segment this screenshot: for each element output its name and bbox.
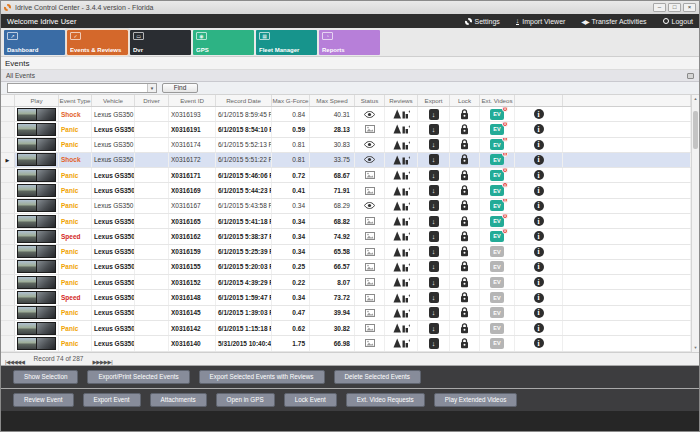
info-cell[interactable]: i bbox=[515, 214, 563, 228]
tab-gps[interactable]: ◉ GPS bbox=[193, 30, 254, 55]
export-download-icon[interactable]: ↓ bbox=[429, 277, 439, 288]
event-thumbnail[interactable] bbox=[17, 123, 56, 136]
ev-badge[interactable]: EV0 bbox=[490, 246, 504, 257]
table-row[interactable]: ▶ Panic Lexus GS350 X0316152 6/1/2015 4:… bbox=[1, 275, 691, 290]
event-thumbnail[interactable] bbox=[17, 169, 56, 182]
lock-cell[interactable] bbox=[450, 229, 480, 243]
column-header-export[interactable]: Export bbox=[418, 95, 450, 106]
lock-icon[interactable] bbox=[460, 323, 469, 334]
export-selected-events-with-reviews-button[interactable]: Export Selected Events with Reviews bbox=[199, 370, 325, 384]
search-combobox[interactable]: ▼ bbox=[7, 83, 157, 93]
play-cell[interactable] bbox=[15, 107, 59, 121]
event-thumbnail[interactable] bbox=[17, 260, 56, 273]
tab-fleet-manager[interactable]: ▦ Fleet Manager bbox=[256, 30, 317, 55]
reviews-cell[interactable] bbox=[385, 107, 418, 121]
column-header-ext-videos[interactable]: Ext. Videos bbox=[480, 95, 515, 106]
row-selector[interactable]: ▶ bbox=[1, 107, 15, 121]
export-cell[interactable]: ↓ bbox=[418, 107, 450, 121]
lock-icon[interactable] bbox=[460, 200, 469, 211]
reviews-cell[interactable] bbox=[385, 138, 418, 152]
info-icon[interactable]: i bbox=[534, 262, 544, 272]
export-cell[interactable]: ↓ bbox=[418, 260, 450, 274]
lock-cell[interactable] bbox=[450, 336, 480, 350]
scroll-down-icon[interactable]: ▼ bbox=[692, 344, 699, 352]
event-thumbnail[interactable] bbox=[17, 337, 56, 350]
row-selector[interactable]: ▶ bbox=[1, 245, 15, 259]
export-download-icon[interactable]: ↓ bbox=[429, 307, 439, 318]
info-icon[interactable]: i bbox=[534, 323, 544, 333]
info-cell[interactable]: i bbox=[515, 199, 563, 213]
lock-icon[interactable] bbox=[460, 277, 469, 288]
play-cell[interactable] bbox=[15, 229, 59, 243]
play-cell[interactable] bbox=[15, 122, 59, 136]
info-cell[interactable]: i bbox=[515, 107, 563, 121]
table-row[interactable]: ▶ Panic Lexus GS350 X0316169 6/1/2015 5:… bbox=[1, 183, 691, 198]
export-download-icon[interactable]: ↓ bbox=[429, 292, 439, 303]
play-cell[interactable] bbox=[15, 321, 59, 335]
scrollbar-thumb[interactable] bbox=[693, 111, 698, 149]
export-download-icon[interactable]: ↓ bbox=[429, 231, 439, 242]
ev-badge[interactable]: EV0 bbox=[490, 307, 504, 318]
ext-videos-cell[interactable]: EV0 bbox=[480, 107, 515, 121]
ev-badge[interactable]: EV0 bbox=[490, 124, 504, 135]
column-header-max-g-force[interactable]: Max G-Force bbox=[272, 95, 310, 106]
info-cell[interactable]: i bbox=[515, 183, 563, 197]
info-icon[interactable]: i bbox=[534, 155, 544, 165]
lock-icon[interactable] bbox=[460, 154, 469, 165]
vertical-scrollbar[interactable]: ▲ ▼ bbox=[691, 95, 699, 352]
close-button[interactable]: × bbox=[683, 3, 696, 12]
table-row[interactable]: ▶ Panic Lexus GS350 X0316155 6/1/2015 5:… bbox=[1, 260, 691, 275]
table-row[interactable]: ▶ Shock Lexus GS350 X0316193 6/1/2015 8:… bbox=[1, 107, 691, 122]
export-cell[interactable]: ↓ bbox=[418, 168, 450, 182]
play-cell[interactable] bbox=[15, 153, 59, 167]
table-row[interactable]: ▶ Panic Lexus GS350 X0316174 6/1/2015 5:… bbox=[1, 138, 691, 153]
lock-cell[interactable] bbox=[450, 107, 480, 121]
info-cell[interactable]: i bbox=[515, 290, 563, 304]
lock-icon[interactable] bbox=[460, 170, 469, 181]
info-icon[interactable]: i bbox=[534, 109, 544, 119]
reviews-cell[interactable] bbox=[385, 168, 418, 182]
lock-cell[interactable] bbox=[450, 183, 480, 197]
info-cell[interactable]: i bbox=[515, 153, 563, 167]
ext-videos-cell[interactable]: EV0 bbox=[480, 229, 515, 243]
table-row[interactable]: ▶ Panic Lexus GS350 X0316165 6/1/2015 5:… bbox=[1, 214, 691, 229]
info-cell[interactable]: i bbox=[515, 260, 563, 274]
ext-videos-cell[interactable]: EV0 bbox=[480, 153, 515, 167]
lock-cell[interactable] bbox=[450, 290, 480, 304]
table-row[interactable]: ▶ Panic Lexus GS350 X0316167 6/1/2015 5:… bbox=[1, 199, 691, 214]
ev-badge[interactable]: EV0 bbox=[490, 277, 504, 288]
info-icon[interactable]: i bbox=[534, 277, 544, 287]
open-in-gps-button[interactable]: Open in GPS bbox=[216, 393, 275, 407]
lock-icon[interactable] bbox=[460, 307, 469, 318]
column-header-max-speed[interactable]: Max Speed bbox=[310, 95, 355, 106]
export-cell[interactable]: ↓ bbox=[418, 153, 450, 167]
info-cell[interactable]: i bbox=[515, 275, 563, 289]
export-download-icon[interactable]: ↓ bbox=[429, 246, 439, 257]
info-cell[interactable]: i bbox=[515, 336, 563, 350]
ext-videos-cell[interactable]: EV0 bbox=[480, 275, 515, 289]
export-download-icon[interactable]: ↓ bbox=[429, 323, 439, 334]
row-selector[interactable]: ▶ bbox=[1, 290, 15, 304]
row-selector[interactable]: ▶ bbox=[1, 122, 15, 136]
info-icon[interactable]: i bbox=[534, 170, 544, 180]
event-thumbnail[interactable] bbox=[17, 291, 56, 304]
ev-badge[interactable]: EV0 bbox=[490, 323, 504, 334]
reviews-cell[interactable] bbox=[385, 183, 418, 197]
export-cell[interactable]: ↓ bbox=[418, 122, 450, 136]
export-download-icon[interactable]: ↓ bbox=[429, 261, 439, 272]
ext-video-requests-button[interactable]: Ext. Video Requests bbox=[346, 393, 425, 407]
export-cell[interactable]: ↓ bbox=[418, 229, 450, 243]
logout-button[interactable]: Logout bbox=[663, 17, 693, 25]
ev-badge[interactable]: EV0 bbox=[490, 139, 504, 150]
reviews-cell[interactable] bbox=[385, 260, 418, 274]
export-cell[interactable]: ↓ bbox=[418, 275, 450, 289]
row-selector[interactable]: ▶ bbox=[1, 321, 15, 335]
info-cell[interactable]: i bbox=[515, 306, 563, 320]
export-cell[interactable]: ↓ bbox=[418, 290, 450, 304]
play-cell[interactable] bbox=[15, 199, 59, 213]
export-cell[interactable]: ↓ bbox=[418, 199, 450, 213]
import-viewer-button[interactable]: ↓Import Viewer bbox=[516, 17, 566, 25]
lock-icon[interactable] bbox=[460, 139, 469, 150]
lock-cell[interactable] bbox=[450, 153, 480, 167]
reviews-cell[interactable] bbox=[385, 306, 418, 320]
